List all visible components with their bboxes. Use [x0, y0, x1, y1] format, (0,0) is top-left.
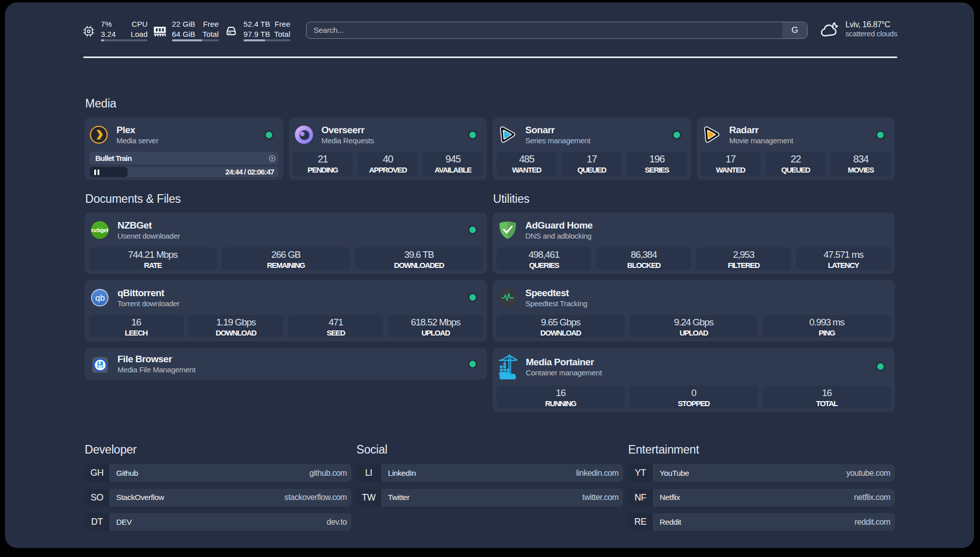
svg-text:nzbget: nzbget — [91, 227, 108, 233]
svg-text:qb: qb — [95, 293, 105, 303]
